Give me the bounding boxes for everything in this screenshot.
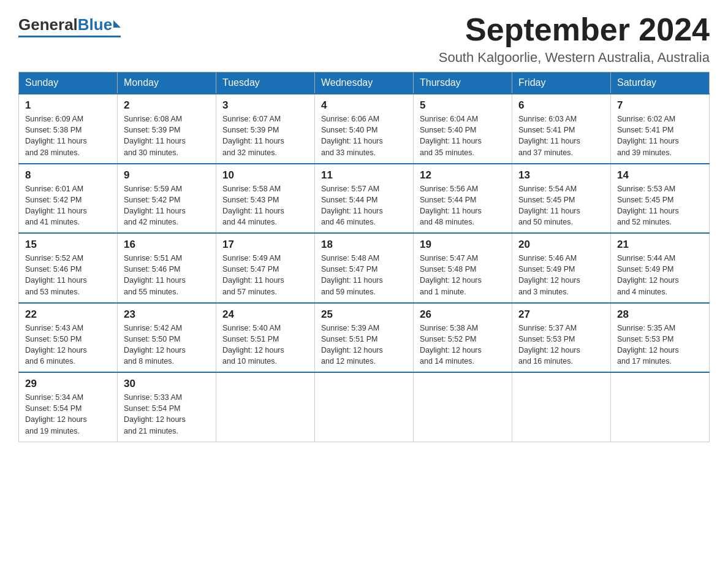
calendar-cell: 14Sunrise: 5:53 AMSunset: 5:45 PMDayligh… xyxy=(611,164,710,234)
day-number: 1 xyxy=(25,99,111,112)
calendar-cell: 20Sunrise: 5:46 AMSunset: 5:49 PMDayligh… xyxy=(512,233,611,303)
day-number: 27 xyxy=(518,308,604,321)
day-info: Sunrise: 5:59 AMSunset: 5:42 PMDaylight:… xyxy=(124,183,210,228)
day-info: Sunrise: 5:52 AMSunset: 5:46 PMDaylight:… xyxy=(25,253,111,297)
calendar-cell: 1Sunrise: 6:09 AMSunset: 5:38 PMDaylight… xyxy=(19,94,118,164)
day-info: Sunrise: 5:54 AMSunset: 5:45 PMDaylight:… xyxy=(518,183,604,228)
week-row-4: 22Sunrise: 5:43 AMSunset: 5:50 PMDayligh… xyxy=(19,303,710,373)
day-info: Sunrise: 5:56 AMSunset: 5:44 PMDaylight:… xyxy=(420,183,506,228)
header-tuesday: Tuesday xyxy=(216,72,315,94)
header-thursday: Thursday xyxy=(414,72,512,94)
day-info: Sunrise: 5:34 AMSunset: 5:54 PMDaylight:… xyxy=(25,392,111,437)
calendar-cell: 19Sunrise: 5:47 AMSunset: 5:48 PMDayligh… xyxy=(414,233,512,303)
day-info: Sunrise: 6:06 AMSunset: 5:40 PMDaylight:… xyxy=(321,113,407,158)
day-number: 29 xyxy=(25,378,111,390)
day-number: 25 xyxy=(321,308,407,321)
day-info: Sunrise: 5:39 AMSunset: 5:51 PMDaylight:… xyxy=(321,323,407,367)
header-monday: Monday xyxy=(118,72,216,94)
logo: General Blue xyxy=(18,12,121,37)
calendar-cell: 11Sunrise: 5:57 AMSunset: 5:44 PMDayligh… xyxy=(315,164,414,234)
day-number: 28 xyxy=(617,308,703,321)
calendar-cell: 16Sunrise: 5:51 AMSunset: 5:46 PMDayligh… xyxy=(118,233,216,303)
day-number: 24 xyxy=(222,308,308,321)
day-info: Sunrise: 5:38 AMSunset: 5:52 PMDaylight:… xyxy=(420,323,506,367)
logo-triangle-icon xyxy=(113,20,121,28)
calendar-cell: 27Sunrise: 5:37 AMSunset: 5:53 PMDayligh… xyxy=(512,303,611,373)
logo-underline xyxy=(18,36,121,37)
calendar-cell: 22Sunrise: 5:43 AMSunset: 5:50 PMDayligh… xyxy=(19,303,118,373)
day-info: Sunrise: 6:09 AMSunset: 5:38 PMDaylight:… xyxy=(25,113,111,158)
day-info: Sunrise: 6:01 AMSunset: 5:42 PMDaylight:… xyxy=(25,183,111,228)
day-number: 30 xyxy=(124,378,210,390)
day-info: Sunrise: 5:42 AMSunset: 5:50 PMDaylight:… xyxy=(124,323,210,367)
day-info: Sunrise: 5:48 AMSunset: 5:47 PMDaylight:… xyxy=(321,253,407,297)
day-number: 9 xyxy=(124,169,210,182)
calendar-cell: 15Sunrise: 5:52 AMSunset: 5:46 PMDayligh… xyxy=(19,233,118,303)
day-info: Sunrise: 5:43 AMSunset: 5:50 PMDaylight:… xyxy=(25,323,111,367)
day-info: Sunrise: 5:53 AMSunset: 5:45 PMDaylight:… xyxy=(617,183,703,228)
day-info: Sunrise: 6:02 AMSunset: 5:41 PMDaylight:… xyxy=(617,113,703,158)
calendar-cell: 25Sunrise: 5:39 AMSunset: 5:51 PMDayligh… xyxy=(315,303,414,373)
logo-blue-text: Blue xyxy=(78,15,112,34)
calendar-cell xyxy=(216,372,315,442)
calendar-cell: 7Sunrise: 6:02 AMSunset: 5:41 PMDaylight… xyxy=(611,94,710,164)
day-number: 10 xyxy=(222,169,308,182)
day-number: 4 xyxy=(321,99,407,112)
calendar-cell: 2Sunrise: 6:08 AMSunset: 5:39 PMDaylight… xyxy=(118,94,216,164)
calendar-cell: 30Sunrise: 5:33 AMSunset: 5:54 PMDayligh… xyxy=(118,372,216,442)
week-row-3: 15Sunrise: 5:52 AMSunset: 5:46 PMDayligh… xyxy=(19,233,710,303)
title-area: September 2024 South Kalgoorlie, Western… xyxy=(439,12,710,66)
calendar-cell: 10Sunrise: 5:58 AMSunset: 5:43 PMDayligh… xyxy=(216,164,315,234)
day-number: 21 xyxy=(617,239,703,251)
calendar-cell: 5Sunrise: 6:04 AMSunset: 5:40 PMDaylight… xyxy=(414,94,512,164)
day-number: 18 xyxy=(321,239,407,251)
calendar-cell: 29Sunrise: 5:34 AMSunset: 5:54 PMDayligh… xyxy=(19,372,118,442)
calendar-table: Sunday Monday Tuesday Wednesday Thursday… xyxy=(18,72,710,442)
day-number: 6 xyxy=(518,99,604,112)
calendar-cell xyxy=(315,372,414,442)
day-number: 15 xyxy=(25,239,111,251)
calendar-cell: 9Sunrise: 5:59 AMSunset: 5:42 PMDaylight… xyxy=(118,164,216,234)
calendar-cell: 6Sunrise: 6:03 AMSunset: 5:41 PMDaylight… xyxy=(512,94,611,164)
day-info: Sunrise: 6:07 AMSunset: 5:39 PMDaylight:… xyxy=(222,113,308,158)
header-friday: Friday xyxy=(512,72,611,94)
day-info: Sunrise: 5:44 AMSunset: 5:49 PMDaylight:… xyxy=(617,253,703,297)
calendar-cell: 8Sunrise: 6:01 AMSunset: 5:42 PMDaylight… xyxy=(19,164,118,234)
day-info: Sunrise: 5:33 AMSunset: 5:54 PMDaylight:… xyxy=(124,392,210,437)
calendar-cell: 21Sunrise: 5:44 AMSunset: 5:49 PMDayligh… xyxy=(611,233,710,303)
header-sunday: Sunday xyxy=(19,72,118,94)
week-row-1: 1Sunrise: 6:09 AMSunset: 5:38 PMDaylight… xyxy=(19,94,710,164)
calendar-cell: 24Sunrise: 5:40 AMSunset: 5:51 PMDayligh… xyxy=(216,303,315,373)
day-number: 14 xyxy=(617,169,703,182)
calendar-cell xyxy=(611,372,710,442)
month-title: September 2024 xyxy=(439,12,710,47)
day-number: 12 xyxy=(420,169,506,182)
day-number: 8 xyxy=(25,169,111,182)
page-header: General Blue September 2024 South Kalgoo… xyxy=(18,12,710,66)
week-row-2: 8Sunrise: 6:01 AMSunset: 5:42 PMDaylight… xyxy=(19,164,710,234)
calendar-cell: 4Sunrise: 6:06 AMSunset: 5:40 PMDaylight… xyxy=(315,94,414,164)
day-number: 16 xyxy=(124,239,210,251)
day-info: Sunrise: 5:58 AMSunset: 5:43 PMDaylight:… xyxy=(222,183,308,228)
day-number: 22 xyxy=(25,308,111,321)
day-number: 20 xyxy=(518,239,604,251)
day-number: 13 xyxy=(518,169,604,182)
day-info: Sunrise: 6:04 AMSunset: 5:40 PMDaylight:… xyxy=(420,113,506,158)
location-title: South Kalgoorlie, Western Australia, Aus… xyxy=(439,50,710,66)
calendar-cell: 26Sunrise: 5:38 AMSunset: 5:52 PMDayligh… xyxy=(414,303,512,373)
day-number: 23 xyxy=(124,308,210,321)
weekday-header-row: Sunday Monday Tuesday Wednesday Thursday… xyxy=(19,72,710,94)
day-number: 19 xyxy=(420,239,506,251)
day-info: Sunrise: 5:40 AMSunset: 5:51 PMDaylight:… xyxy=(222,323,308,367)
day-info: Sunrise: 6:03 AMSunset: 5:41 PMDaylight:… xyxy=(518,113,604,158)
day-info: Sunrise: 5:35 AMSunset: 5:53 PMDaylight:… xyxy=(617,323,703,367)
calendar-cell: 28Sunrise: 5:35 AMSunset: 5:53 PMDayligh… xyxy=(611,303,710,373)
day-info: Sunrise: 5:51 AMSunset: 5:46 PMDaylight:… xyxy=(124,253,210,297)
day-number: 2 xyxy=(124,99,210,112)
day-number: 7 xyxy=(617,99,703,112)
calendar-cell xyxy=(414,372,512,442)
calendar-cell: 17Sunrise: 5:49 AMSunset: 5:47 PMDayligh… xyxy=(216,233,315,303)
day-info: Sunrise: 5:57 AMSunset: 5:44 PMDaylight:… xyxy=(321,183,407,228)
day-info: Sunrise: 5:37 AMSunset: 5:53 PMDaylight:… xyxy=(518,323,604,367)
calendar-cell: 13Sunrise: 5:54 AMSunset: 5:45 PMDayligh… xyxy=(512,164,611,234)
